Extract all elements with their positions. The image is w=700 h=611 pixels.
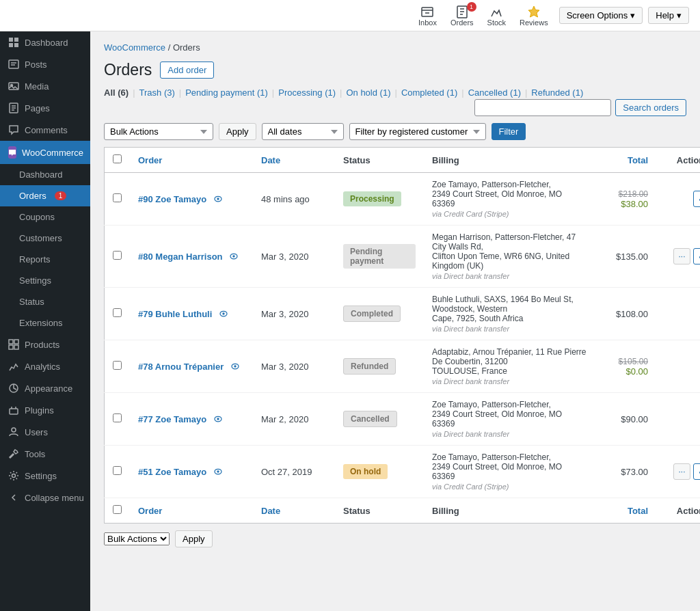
order-cell: #51 Zoe Tamayo (130, 446, 253, 498)
th-total-bottom[interactable]: Total (595, 498, 656, 524)
filter-button[interactable]: Filter (492, 123, 526, 140)
filter-tab-trash[interactable]: Trash (3) (139, 87, 175, 98)
row-checkbox-3[interactable] (113, 361, 122, 370)
th-date-bottom[interactable]: Date (253, 498, 335, 524)
sidebar-item-woo-orders[interactable]: Orders 1 (0, 185, 90, 206)
sidebar-item-products[interactable]: Products (0, 334, 90, 355)
filter-tab-processing[interactable]: Processing (1) (278, 87, 336, 98)
action-dots-button-5[interactable]: ··· (673, 463, 690, 480)
sidebar-collapse[interactable]: Collapse menu (0, 487, 90, 508)
date-cell: Mar 3, 2020 (253, 340, 335, 393)
svg-rect-4 (14, 38, 18, 42)
filter-tab-pending[interactable]: Pending payment (1) (185, 87, 268, 98)
filter-tab-onhold[interactable]: On hold (1) (346, 87, 390, 98)
sidebar-item-plugins[interactable]: Plugins (0, 399, 90, 421)
help-button[interactable]: Help ▾ (648, 7, 689, 24)
action-check-button-0[interactable]: ✓ (693, 191, 701, 207)
status-badge: Cancelled (343, 411, 397, 427)
reviews-icon-btn[interactable]: Reviews (520, 5, 548, 27)
price-original: $105.00 (603, 357, 648, 366)
sidebar-item-posts[interactable]: Posts (0, 53, 90, 75)
order-link-3[interactable]: #78 Arnou Trépanier (138, 362, 224, 372)
status-cell: Cancelled (335, 393, 424, 446)
total-cell: $105.00$0.00 (595, 340, 656, 393)
row-checkbox-cell (105, 226, 131, 288)
filter-tab-refunded[interactable]: Refunded (1) (531, 87, 583, 98)
sidebar-item-comments[interactable]: Comments (0, 119, 90, 141)
eye-icon-0[interactable] (213, 194, 223, 204)
action-check-button-1[interactable]: ✓ (693, 248, 701, 264)
filter-tab-completed[interactable]: Completed (1) (401, 87, 457, 98)
order-cell: #77 Zoe Tamayo (130, 393, 253, 446)
search-orders-button[interactable]: Search orders (615, 99, 686, 116)
order-link-5[interactable]: #51 Zoe Tamayo (138, 467, 206, 477)
order-link-1[interactable]: #80 Megan Harrison (138, 252, 223, 262)
svg-rect-11 (9, 340, 13, 344)
top-toolbar: Bulk Actions Apply All dates January 202… (104, 123, 686, 140)
add-order-button[interactable]: Add order (160, 62, 214, 79)
th-total[interactable]: Total (595, 148, 656, 173)
sidebar-item-media[interactable]: Media (0, 75, 90, 97)
date-filter-select[interactable]: All dates January 2020 February 2020 Mar… (262, 123, 344, 140)
row-checkbox-1[interactable] (113, 251, 122, 260)
total-cell: $90.00 (595, 393, 656, 446)
inbox-icon-btn[interactable]: Inbox (418, 5, 437, 27)
filter-tab-cancelled[interactable]: Cancelled (1) (468, 87, 521, 98)
eye-icon-5[interactable] (213, 467, 223, 477)
apply-button-bottom[interactable]: Apply (175, 530, 213, 547)
eye-icon-3[interactable] (230, 362, 240, 372)
screen-options-button[interactable]: Screen Options ▾ (559, 7, 643, 24)
sidebar-item-pages[interactable]: Pages (0, 97, 90, 119)
order-link-0[interactable]: #90 Zoe Tamayo (138, 194, 206, 204)
apply-button-top[interactable]: Apply (219, 123, 256, 140)
orders-icon-btn[interactable]: 1 Orders (450, 5, 474, 27)
eye-icon-1[interactable] (229, 252, 239, 262)
action-buttons: ···✓ (664, 463, 700, 480)
row-checkbox-4[interactable] (113, 413, 122, 422)
bulk-actions-select[interactable]: Bulk Actions (104, 123, 213, 140)
sidebar-item-settings[interactable]: Settings (0, 465, 90, 487)
sidebar-item-woo-reports[interactable]: Reports (0, 249, 90, 270)
sidebar-item-appearance[interactable]: Appearance (0, 377, 90, 399)
select-all-checkbox-bottom[interactable] (113, 505, 122, 514)
order-link-2[interactable]: #79 Buhle Luthuli (138, 309, 212, 319)
sidebar-item-dashboard[interactable]: Dashboard (0, 31, 90, 53)
search-input[interactable] (474, 99, 611, 116)
eye-icon-2[interactable] (219, 309, 228, 319)
action-check-button-5[interactable]: ✓ (693, 463, 701, 480)
sidebar-item-woo-extensions[interactable]: Extensions (0, 312, 90, 334)
row-checkbox-cell (105, 340, 131, 393)
sidebar-item-tools[interactable]: Tools (0, 443, 90, 465)
th-order[interactable]: Order (130, 148, 253, 173)
row-checkbox-0[interactable] (113, 193, 122, 202)
th-date[interactable]: Date (253, 148, 335, 173)
sidebar-item-woo-coupons[interactable]: Coupons (0, 206, 90, 228)
breadcrumb-woo-link[interactable]: WooCommerce (104, 42, 165, 53)
sidebar-item-woocommerce[interactable]: WooCommerce (0, 141, 90, 164)
billing-name: Megan Harrison, Patterson-Fletcher, 47 C… (432, 232, 587, 271)
th-order-bottom[interactable]: Order (130, 498, 253, 524)
actions-cell (656, 288, 700, 340)
th-check-bottom (105, 498, 131, 524)
eye-icon-4[interactable] (213, 414, 223, 424)
sidebar-item-woo-customers[interactable]: Customers (0, 228, 90, 249)
sidebar-item-woo-settings[interactable]: Settings (0, 270, 90, 291)
select-all-checkbox[interactable] (113, 154, 122, 163)
row-checkbox-5[interactable] (113, 466, 122, 475)
search-area: Search orders (474, 99, 686, 116)
sidebar-item-woo-dashboard[interactable]: Dashboard (0, 164, 90, 185)
status-cell: Completed (335, 288, 424, 340)
sidebar-item-woo-status[interactable]: Status (0, 291, 90, 312)
customer-filter-select[interactable]: Filter by registered customer (349, 123, 486, 140)
filter-tab-all[interactable]: All (6) (104, 87, 129, 98)
order-link-4[interactable]: #77 Zoe Tamayo (138, 414, 206, 424)
billing-via: via Direct bank transfer (432, 430, 587, 438)
table-row: #90 Zoe Tamayo 48 mins agoProcessing Zoe… (105, 173, 701, 226)
stock-icon-btn[interactable]: Stock (487, 5, 507, 27)
row-checkbox-2[interactable] (113, 308, 122, 317)
sidebar-item-users[interactable]: Users (0, 421, 90, 443)
action-dots-button-1[interactable]: ··· (673, 248, 690, 264)
th-actions: Actions (656, 148, 700, 173)
bulk-actions-select-bottom[interactable]: Bulk Actions (104, 532, 170, 545)
sidebar-item-analytics[interactable]: Analytics (0, 355, 90, 377)
